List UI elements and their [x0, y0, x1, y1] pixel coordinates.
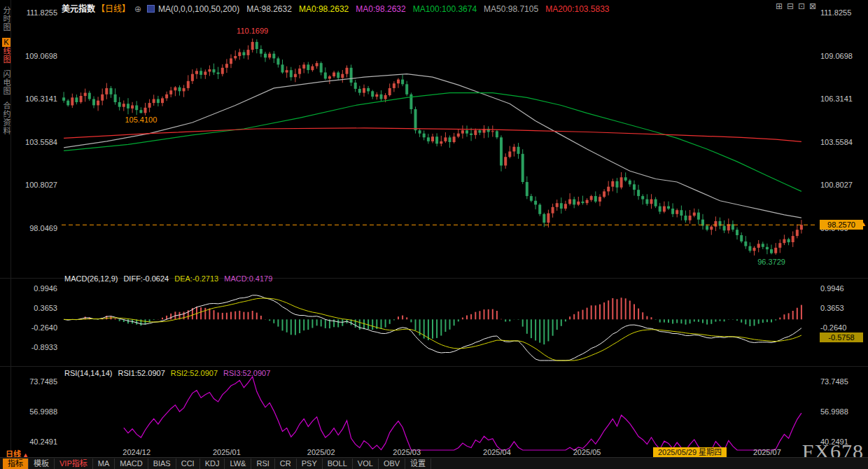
sidebar-item-time-chart[interactable]: 分时图 — [1, 6, 12, 31]
macd-header: MACD(26,12,9)DIFF:-0.0624DEA:-0.2713MACD… — [64, 274, 278, 283]
high-price-annotation: 110.1699 — [228, 27, 277, 35]
price-axis-label: 109.0698 — [820, 51, 867, 61]
layout-buttons: ⊞⊟⊡⊠ — [773, 1, 818, 11]
sidebar-item-kline-chart[interactable]: K线图 — [1, 38, 12, 64]
layout-grid-icon[interactable]: ⊞ — [774, 1, 784, 11]
chart-app: 分时图K线图闪电图合约资料 美元指数【日线】⊕MA(0,0,0,100,50,2… — [0, 0, 868, 469]
ma-readouts: MA:98.2632MA0:98.2632MA0:98.2632MA100:10… — [246, 4, 616, 14]
tab-settings[interactable]: 设置 — [405, 458, 431, 469]
x-axis-label: 2025/02 — [300, 448, 342, 456]
macd-macd-value: MACD:0.4179 — [224, 274, 272, 283]
chart-canvas[interactable] — [0, 0, 868, 469]
price-axis-label: 106.3141 — [820, 94, 867, 104]
rsi-line — [124, 377, 802, 450]
macd-axis-label: -0.2640 — [820, 323, 867, 332]
chart-header: 美元指数【日线】⊕MA(0,0,0,100,50,200)MA:98.2632M… — [62, 2, 617, 14]
ma-readout: MA200:103.5833 — [545, 4, 609, 14]
tab-boll[interactable]: BOLL — [323, 458, 353, 469]
tab-psy[interactable]: PSY — [297, 458, 323, 469]
macd-axis-label: 0.3653 — [820, 303, 867, 313]
layout-single-icon[interactable]: ⊡ — [797, 1, 806, 11]
macd-title: MACD(26,12,9) — [64, 274, 118, 283]
rsi2-value: RSI2:52.0907 — [171, 369, 218, 377]
last-price-tag: 98.2570 — [820, 220, 863, 230]
macd-histogram — [72, 298, 802, 344]
tab-rsi[interactable]: RSI — [251, 458, 274, 469]
sidebar: 分时图K线图闪电图合约资料 — [0, 0, 11, 456]
rsi3-value: RSI3:52.0907 — [223, 369, 270, 377]
rsi-axis-label: 73.7485 — [820, 377, 867, 386]
ma-readout: MA50:98.7105 — [484, 4, 538, 14]
tab-cci[interactable]: CCI — [176, 458, 200, 469]
tab-lwr[interactable]: LW& — [225, 458, 251, 469]
ma-readout: MA0:98.2632 — [356, 4, 405, 14]
rsi-header: RSI(14,14,14)RSI1:52.0907RSI2:52.0907RSI… — [64, 369, 276, 377]
ma-readout: MA0:98.2632 — [299, 4, 349, 14]
sidebar-item-contract-info[interactable]: 合约资料 — [1, 102, 12, 135]
x-axis-label: 2025/04 — [476, 448, 518, 456]
price-axis-label: 100.8027 — [820, 180, 867, 190]
price-axis-label: 103.5584 — [820, 137, 867, 147]
x-axis-label: 2025/07 — [746, 448, 788, 456]
tab-indicator[interactable]: 指标 — [3, 458, 29, 469]
ma-readout: MA:98.2632 — [246, 4, 292, 14]
tab-kdj[interactable]: KDJ — [200, 458, 225, 469]
panel-separator — [0, 366, 868, 367]
tab-cr[interactable]: CR — [275, 458, 297, 469]
x-axis-label: 2025/01 — [206, 448, 248, 456]
ma-settings-label: MA(0,0,0,100,50,200) — [158, 4, 239, 14]
price-axis-label: 111.8255 — [820, 8, 867, 18]
rsi1-value: RSI1:52.0907 — [118, 369, 164, 377]
tab-macd[interactable]: MACD — [115, 458, 148, 469]
low-price-annotation: 96.3729 — [747, 258, 796, 266]
bottom-toolbar: 指标模板VIP指标MAMACDBIASCCIKDJLW&RSICRPSYBOLL… — [0, 457, 868, 469]
sidebar-item-flash-chart[interactable]: 闪电图 — [1, 70, 12, 95]
circle-plus-icon[interactable]: ⊕ — [134, 4, 141, 14]
symbol-title: 美元指数 — [62, 4, 95, 14]
layout-split-icon[interactable]: ⊟ — [785, 1, 795, 11]
highlighted-date-label: 2025/05/29 星期四 — [653, 447, 727, 458]
x-axis-label: 2025/03 — [386, 448, 428, 456]
macd-dea-value: DEA:-0.2713 — [174, 274, 218, 283]
x-axis-label: 2024/12 — [115, 448, 158, 456]
swing-low-annotation: 105.4100 — [116, 115, 165, 124]
tab-ma[interactable]: MA — [93, 458, 115, 469]
active-tab-marker: K — [2, 38, 10, 47]
candles-layer — [62, 38, 803, 255]
indicator-tabs: 指标模板VIP指标MAMACDBIASCCIKDJLW&RSICRPSYBOLL… — [3, 458, 431, 469]
macd-value-tag: -0.5758 — [820, 332, 863, 342]
rsi-axis-label: 56.9988 — [820, 407, 867, 416]
macd-axis-label: 0.9946 — [820, 284, 867, 293]
macd-diff-value: DIFF:-0.0624 — [123, 274, 169, 283]
ma-readout: MA100:100.3674 — [413, 4, 477, 14]
layout-cycle-icon[interactable]: ⊠ — [808, 1, 818, 11]
ma-lines-layer — [64, 74, 802, 218]
tab-vol[interactable]: VOL — [353, 458, 379, 469]
tab-template[interactable]: 模板 — [29, 458, 55, 469]
tab-bias[interactable]: BIAS — [148, 458, 176, 469]
rsi-title: RSI(14,14,14) — [64, 369, 112, 377]
tab-obv[interactable]: OBV — [379, 458, 405, 469]
x-axis-label: 2025/05 — [566, 448, 608, 456]
latest-price-marker-icon[interactable]: ▲ — [860, 220, 867, 227]
tab-vip-indicator[interactable]: VIP指标 — [55, 458, 93, 469]
period-tag: 【日线】 — [97, 4, 130, 14]
indicator-badge-icon — [147, 5, 155, 13]
